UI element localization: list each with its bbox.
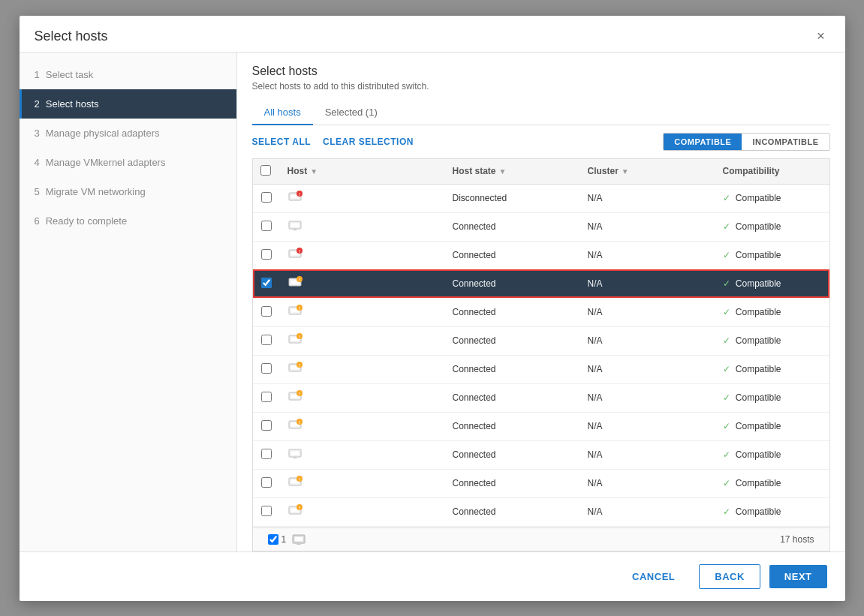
- table-row[interactable]: ! Connected N/A ✓ Compatible: [253, 298, 829, 326]
- row-host-cell: !: [280, 355, 445, 383]
- row-checkbox[interactable]: [261, 278, 272, 288]
- host-icon: !: [287, 282, 303, 293]
- row-checkbox[interactable]: [261, 392, 272, 402]
- row-checkbox[interactable]: [261, 420, 272, 431]
- tab-selected[interactable]: Selected (1): [313, 101, 390, 125]
- row-checkbox-cell: [253, 383, 280, 412]
- table-row[interactable]: Connected N/A ✓ Compatible: [253, 212, 829, 241]
- host-icon: !: [287, 339, 303, 350]
- svg-text:!: !: [299, 277, 300, 281]
- sidebar-item-label-1: Select task: [46, 69, 94, 80]
- sidebar-item-ready-to-complete[interactable]: 6 Ready to complete: [20, 206, 236, 236]
- cancel-button[interactable]: CANCEL: [617, 565, 690, 588]
- table-row[interactable]: ! Connected N/A ✓ Compatible: [253, 269, 829, 298]
- row-checkbox[interactable]: [261, 506, 272, 516]
- svg-rect-6: [294, 229, 297, 230]
- row-checkbox-cell: [253, 355, 280, 383]
- footer-checkbox[interactable]: [268, 534, 278, 545]
- main-dialog: Select hosts × 1 Select task 2 Select ho…: [20, 16, 845, 601]
- sidebar-item-migrate-vm[interactable]: 5 Migrate VM networking: [20, 177, 236, 206]
- sidebar-item-select-task[interactable]: 1 Select task: [20, 60, 236, 89]
- table-row[interactable]: ! Connected N/A ✓ Compatible: [253, 412, 829, 440]
- hosts-table-wrap: Host ▼ Host state ▼: [252, 158, 830, 528]
- table-row[interactable]: Connected N/A ✓ Compatible: [253, 440, 829, 469]
- row-host-cell: !: [280, 412, 445, 440]
- row-checkbox-cell: [253, 298, 280, 326]
- row-host-cell: [280, 440, 445, 469]
- row-host-state: Connected: [445, 355, 580, 383]
- compatible-button[interactable]: COMPATIBLE: [664, 134, 742, 150]
- sidebar-item-select-hosts[interactable]: 2 Select hosts: [20, 89, 236, 119]
- sidebar-item-physical-adapters[interactable]: 3 Manage physical adapters: [20, 119, 236, 148]
- tabs-bar: All hosts Selected (1): [252, 101, 830, 125]
- select-all-checkbox[interactable]: [260, 165, 271, 176]
- row-checkbox[interactable]: [261, 306, 272, 317]
- row-host-cell: !: [280, 497, 445, 526]
- content-subtitle: Select hosts to add to this distributed …: [252, 81, 830, 92]
- svg-text:!: !: [299, 191, 300, 196]
- select-all-button[interactable]: SELECT ALL: [252, 137, 312, 147]
- sidebar-item-number-1: 1: [35, 69, 40, 80]
- cluster-filter-icon[interactable]: ▼: [622, 167, 629, 176]
- row-host-cell: !: [280, 469, 445, 497]
- sidebar: 1 Select task 2 Select hosts 3 Manage ph…: [20, 53, 237, 551]
- compat-label: Compatible: [736, 221, 781, 232]
- svg-rect-37: [294, 457, 297, 458]
- compat-check-icon: ✓: [723, 307, 730, 317]
- svg-text:!: !: [299, 248, 300, 253]
- row-checkbox[interactable]: [261, 449, 272, 459]
- table-row[interactable]: ! Connected N/A ✓ Compatible: [253, 469, 829, 497]
- row-checkbox[interactable]: [261, 363, 272, 374]
- hosts-table: Host ▼ Host state ▼: [253, 159, 829, 528]
- row-host-cell: !: [280, 184, 445, 212]
- host-filter-icon[interactable]: ▼: [310, 167, 318, 176]
- row-cluster: N/A: [580, 184, 715, 212]
- table-row[interactable]: ! Connected N/A ✓ Compatible: [253, 497, 829, 526]
- table-row[interactable]: ! Connected N/A ✓ Compatible: [253, 355, 829, 383]
- host-icon: [287, 453, 303, 464]
- table-row[interactable]: ! Connected N/A ✓ Compatible: [253, 383, 829, 412]
- table-row[interactable]: ! Disconnected N/A ✓ Compatible: [253, 184, 829, 212]
- row-host-state: Connected: [445, 298, 580, 326]
- svg-rect-63: [294, 536, 303, 542]
- table-row[interactable]: ! Connected N/A ✓ Compatible: [253, 326, 829, 355]
- sidebar-item-number-3: 3: [35, 128, 40, 139]
- sidebar-item-label-2: Select hosts: [46, 98, 99, 110]
- back-button[interactable]: BACK: [699, 564, 760, 589]
- row-host-state: Connected: [445, 269, 580, 298]
- tab-all-hosts[interactable]: All hosts: [252, 101, 313, 125]
- footer-selected-count: 1: [281, 534, 287, 545]
- clear-selection-button[interactable]: CLEAR SELECTION: [323, 137, 414, 147]
- next-button[interactable]: NEXT: [769, 565, 827, 588]
- th-host-label: Host: [287, 166, 308, 176]
- row-checkbox-cell: [253, 269, 280, 298]
- sidebar-item-number-6: 6: [35, 215, 40, 227]
- row-host-cell: !: [280, 383, 445, 412]
- sidebar-item-label-4: Manage VMkernel adapters: [46, 157, 166, 168]
- table-footer: 1 17 hosts: [252, 528, 830, 551]
- row-checkbox[interactable]: [261, 335, 272, 345]
- row-checkbox[interactable]: [261, 477, 272, 488]
- row-checkbox[interactable]: [261, 192, 272, 203]
- row-host-state: Connected: [445, 469, 580, 497]
- row-checkbox[interactable]: [261, 221, 272, 231]
- svg-text:!: !: [299, 476, 300, 481]
- host-icon: !: [287, 425, 303, 435]
- row-checkbox[interactable]: [261, 249, 272, 260]
- row-cluster: N/A: [580, 497, 715, 526]
- host-state-filter-icon[interactable]: ▼: [499, 167, 507, 176]
- row-host-cell: [280, 212, 445, 241]
- compat-check-icon: ✓: [723, 421, 730, 431]
- table-row[interactable]: ! Connected N/A ✓ Compatible: [253, 241, 829, 269]
- toolbar: SELECT ALL CLEAR SELECTION COMPATIBLE IN…: [237, 125, 845, 158]
- sidebar-item-vmkernel-adapters[interactable]: 4 Manage VMkernel adapters: [20, 148, 236, 177]
- row-host-state: Connected: [445, 412, 580, 440]
- svg-rect-36: [291, 451, 300, 455]
- incompatible-button[interactable]: INCOMPATIBLE: [742, 134, 829, 150]
- row-compat: ✓ Compatible: [715, 241, 829, 269]
- close-button[interactable]: ×: [812, 28, 830, 46]
- row-cluster: N/A: [580, 440, 715, 469]
- row-compat: ✓ Compatible: [715, 184, 829, 212]
- compat-check-icon: ✓: [723, 449, 730, 460]
- row-host-cell: !: [280, 241, 445, 269]
